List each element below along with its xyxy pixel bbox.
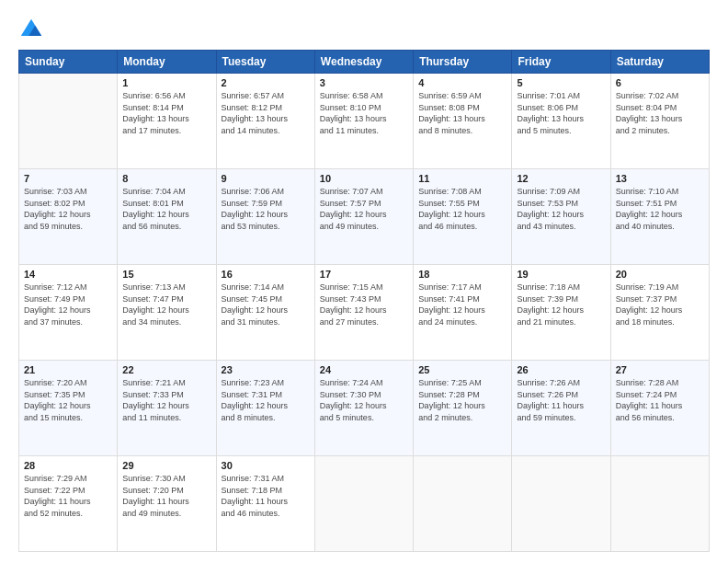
day-info: Sunrise: 7:10 AMSunset: 7:51 PMDaylight:… — [616, 186, 704, 232]
day-info: Sunrise: 7:07 AMSunset: 7:57 PMDaylight:… — [320, 186, 408, 232]
day-info: Sunrise: 7:14 AMSunset: 7:45 PMDaylight:… — [222, 282, 310, 327]
calendar-cell: 29Sunrise: 7:30 AMSunset: 7:20 PMDayligh… — [118, 456, 216, 552]
calendar-cell: 12Sunrise: 7:09 AMSunset: 7:53 PMDayligh… — [512, 169, 610, 265]
calendar-cell: 30Sunrise: 7:31 AMSunset: 7:18 PMDayligh… — [216, 456, 314, 552]
calendar-cell: 25Sunrise: 7:25 AMSunset: 7:28 PMDayligh… — [414, 361, 512, 456]
calendar-week-row: 7Sunrise: 7:03 AMSunset: 8:02 PMDaylight… — [19, 169, 710, 265]
calendar-cell: 26Sunrise: 7:26 AMSunset: 7:26 PMDayligh… — [512, 361, 610, 456]
calendar-cell: 16Sunrise: 7:14 AMSunset: 7:45 PMDayligh… — [216, 265, 314, 361]
weekday-header-row: SundayMondayTuesdayWednesdayThursdayFrid… — [19, 51, 710, 74]
calendar-cell — [610, 456, 709, 552]
day-number: 22 — [122, 364, 210, 375]
logo — [18, 17, 48, 42]
calendar-cell — [19, 74, 118, 169]
day-number: 18 — [418, 269, 506, 280]
day-info: Sunrise: 7:21 AMSunset: 7:33 PMDaylight:… — [122, 377, 210, 423]
page: SundayMondayTuesdayWednesdayThursdayFrid… — [0, 0, 728, 563]
day-info: Sunrise: 7:25 AMSunset: 7:28 PMDaylight:… — [418, 377, 506, 423]
calendar-week-row: 14Sunrise: 7:12 AMSunset: 7:49 PMDayligh… — [19, 265, 710, 361]
day-number: 2 — [222, 77, 310, 88]
day-info: Sunrise: 7:13 AMSunset: 7:47 PMDaylight:… — [122, 282, 210, 327]
calendar-cell: 10Sunrise: 7:07 AMSunset: 7:57 PMDayligh… — [314, 169, 413, 265]
calendar-cell: 28Sunrise: 7:29 AMSunset: 7:22 PMDayligh… — [19, 456, 118, 552]
calendar-cell: 23Sunrise: 7:23 AMSunset: 7:31 PMDayligh… — [216, 361, 314, 456]
calendar-cell: 27Sunrise: 7:28 AMSunset: 7:24 PMDayligh… — [610, 361, 709, 456]
calendar-cell: 1Sunrise: 6:56 AMSunset: 8:14 PMDaylight… — [118, 74, 216, 169]
day-number: 4 — [418, 77, 506, 88]
calendar-cell: 8Sunrise: 7:04 AMSunset: 8:01 PMDaylight… — [118, 169, 216, 265]
day-info: Sunrise: 6:57 AMSunset: 8:12 PMDaylight:… — [222, 90, 310, 136]
weekday-header-friday: Friday — [512, 51, 610, 74]
calendar-cell: 20Sunrise: 7:19 AMSunset: 7:37 PMDayligh… — [610, 265, 709, 361]
weekday-header-monday: Monday — [118, 51, 216, 74]
day-info: Sunrise: 7:30 AMSunset: 7:20 PMDaylight:… — [122, 473, 210, 519]
calendar-cell: 19Sunrise: 7:18 AMSunset: 7:39 PMDayligh… — [512, 265, 610, 361]
day-number: 20 — [616, 269, 704, 280]
calendar-cell — [512, 456, 610, 552]
day-info: Sunrise: 7:01 AMSunset: 8:06 PMDaylight:… — [517, 90, 605, 136]
calendar-cell: 6Sunrise: 7:02 AMSunset: 8:04 PMDaylight… — [610, 74, 709, 169]
day-info: Sunrise: 7:29 AMSunset: 7:22 PMDaylight:… — [24, 473, 112, 519]
weekday-header-wednesday: Wednesday — [314, 51, 413, 74]
day-number: 15 — [122, 269, 210, 280]
calendar-cell: 14Sunrise: 7:12 AMSunset: 7:49 PMDayligh… — [19, 265, 118, 361]
day-info: Sunrise: 7:18 AMSunset: 7:39 PMDaylight:… — [517, 282, 605, 327]
day-number: 27 — [616, 364, 704, 375]
day-number: 23 — [222, 364, 310, 375]
day-info: Sunrise: 7:08 AMSunset: 7:55 PMDaylight:… — [418, 186, 506, 232]
calendar-cell: 22Sunrise: 7:21 AMSunset: 7:33 PMDayligh… — [118, 361, 216, 456]
calendar-cell: 17Sunrise: 7:15 AMSunset: 7:43 PMDayligh… — [314, 265, 413, 361]
day-number: 8 — [122, 173, 210, 184]
calendar-week-row: 1Sunrise: 6:56 AMSunset: 8:14 PMDaylight… — [19, 74, 710, 169]
weekday-header-thursday: Thursday — [414, 51, 512, 74]
weekday-header-sunday: Sunday — [19, 51, 118, 74]
day-info: Sunrise: 7:26 AMSunset: 7:26 PMDaylight:… — [517, 377, 605, 423]
day-info: Sunrise: 7:09 AMSunset: 7:53 PMDaylight:… — [517, 186, 605, 232]
day-number: 26 — [517, 364, 605, 375]
calendar-cell: 4Sunrise: 6:59 AMSunset: 8:08 PMDaylight… — [414, 74, 512, 169]
calendar-week-row: 21Sunrise: 7:20 AMSunset: 7:35 PMDayligh… — [19, 361, 710, 456]
day-number: 29 — [122, 460, 210, 471]
day-number: 9 — [222, 173, 310, 184]
calendar-cell: 15Sunrise: 7:13 AMSunset: 7:47 PMDayligh… — [118, 265, 216, 361]
day-number: 10 — [320, 173, 408, 184]
calendar-cell: 5Sunrise: 7:01 AMSunset: 8:06 PMDaylight… — [512, 74, 610, 169]
header — [18, 17, 710, 42]
day-number: 6 — [616, 77, 704, 88]
day-number: 5 — [517, 77, 605, 88]
day-number: 7 — [24, 173, 112, 184]
day-number: 14 — [24, 269, 112, 280]
calendar-cell: 13Sunrise: 7:10 AMSunset: 7:51 PMDayligh… — [610, 169, 709, 265]
day-info: Sunrise: 7:04 AMSunset: 8:01 PMDaylight:… — [122, 186, 210, 232]
calendar-cell: 11Sunrise: 7:08 AMSunset: 7:55 PMDayligh… — [414, 169, 512, 265]
day-number: 16 — [222, 269, 310, 280]
day-info: Sunrise: 7:17 AMSunset: 7:41 PMDaylight:… — [418, 282, 506, 327]
weekday-header-tuesday: Tuesday — [216, 51, 314, 74]
day-number: 24 — [320, 364, 408, 375]
day-info: Sunrise: 6:56 AMSunset: 8:14 PMDaylight:… — [122, 90, 210, 136]
day-info: Sunrise: 7:31 AMSunset: 7:18 PMDaylight:… — [222, 473, 310, 519]
day-info: Sunrise: 7:03 AMSunset: 8:02 PMDaylight:… — [24, 186, 112, 232]
day-number: 21 — [24, 364, 112, 375]
day-info: Sunrise: 6:59 AMSunset: 8:08 PMDaylight:… — [418, 90, 506, 136]
day-info: Sunrise: 7:20 AMSunset: 7:35 PMDaylight:… — [24, 377, 112, 423]
day-number: 12 — [517, 173, 605, 184]
day-number: 13 — [616, 173, 704, 184]
calendar-week-row: 28Sunrise: 7:29 AMSunset: 7:22 PMDayligh… — [19, 456, 710, 552]
day-info: Sunrise: 6:58 AMSunset: 8:10 PMDaylight:… — [320, 90, 408, 136]
calendar-cell: 24Sunrise: 7:24 AMSunset: 7:30 PMDayligh… — [314, 361, 413, 456]
day-info: Sunrise: 7:12 AMSunset: 7:49 PMDaylight:… — [24, 282, 112, 327]
calendar-cell: 9Sunrise: 7:06 AMSunset: 7:59 PMDaylight… — [216, 169, 314, 265]
day-number: 28 — [24, 460, 112, 471]
weekday-header-saturday: Saturday — [610, 51, 709, 74]
calendar-cell — [414, 456, 512, 552]
logo-icon — [18, 17, 44, 42]
calendar-table: SundayMondayTuesdayWednesdayThursdayFrid… — [18, 50, 710, 552]
calendar-cell: 18Sunrise: 7:17 AMSunset: 7:41 PMDayligh… — [414, 265, 512, 361]
calendar-cell — [314, 456, 413, 552]
calendar-cell: 3Sunrise: 6:58 AMSunset: 8:10 PMDaylight… — [314, 74, 413, 169]
day-info: Sunrise: 7:24 AMSunset: 7:30 PMDaylight:… — [320, 377, 408, 423]
day-info: Sunrise: 7:02 AMSunset: 8:04 PMDaylight:… — [616, 90, 704, 136]
day-number: 17 — [320, 269, 408, 280]
day-info: Sunrise: 7:06 AMSunset: 7:59 PMDaylight:… — [222, 186, 310, 232]
